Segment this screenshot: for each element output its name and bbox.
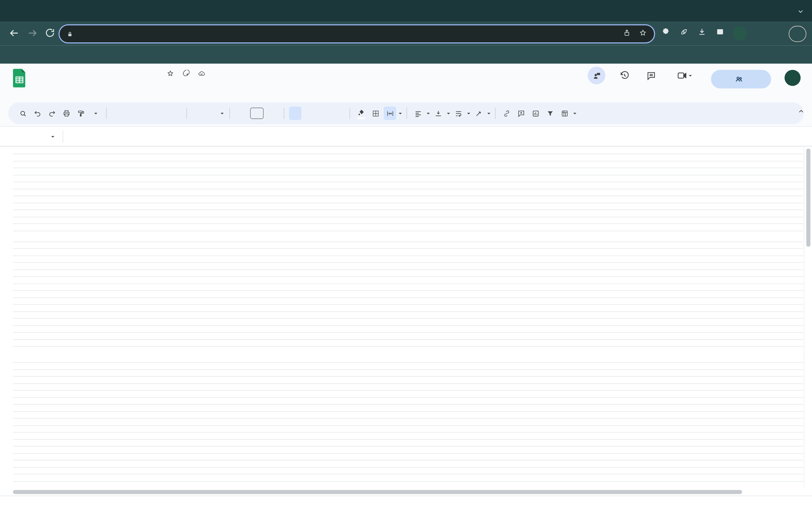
borders-button[interactable] [369, 107, 382, 120]
gridline [13, 467, 803, 467]
gridline [13, 182, 803, 182]
gridline [13, 474, 803, 474]
increase-font-size-button[interactable] [267, 107, 279, 120]
gridline [13, 432, 803, 433]
gridline [13, 411, 803, 411]
bookmarks-bar [0, 46, 812, 64]
more-formats-button[interactable] [169, 107, 182, 120]
sheet-tab-bar [0, 496, 812, 507]
meet-video-call-icon[interactable] [671, 67, 698, 84]
horizontal-scrollbar-thumb[interactable] [13, 490, 742, 494]
format-currency-button[interactable] [111, 107, 124, 120]
url-bar[interactable] [59, 25, 654, 43]
gridline [13, 175, 803, 175]
gridline [13, 383, 803, 384]
gridline [13, 346, 803, 347]
browser-tab-strip [0, 0, 812, 22]
version-history-icon[interactable] [616, 67, 633, 84]
strikethrough-button[interactable] [318, 107, 331, 120]
vertical-align-button[interactable] [432, 107, 444, 120]
reload-icon[interactable] [45, 27, 56, 40]
gridline [13, 453, 803, 453]
gridline [13, 376, 803, 377]
vertical-scrollbar[interactable] [804, 147, 812, 488]
filter-views-button[interactable] [558, 107, 571, 120]
meet-dropdown-icon[interactable] [689, 75, 692, 78]
move-document-icon[interactable] [182, 70, 190, 79]
gridline [13, 318, 803, 319]
sheets-profile-avatar[interactable] [784, 70, 801, 86]
gridline [13, 154, 803, 154]
comments-icon[interactable] [642, 67, 660, 84]
gridline [13, 230, 803, 231]
gridline [13, 223, 803, 224]
energy-leaf-extension-icon[interactable] [679, 27, 688, 38]
fill-color-button[interactable] [355, 107, 367, 120]
decrease-font-size-button[interactable] [235, 107, 247, 120]
horizontal-scrollbar[interactable] [0, 488, 812, 496]
format-percent-button[interactable] [126, 107, 138, 120]
insert-link-button[interactable] [500, 107, 513, 120]
collapse-toolbar-icon[interactable] [798, 108, 805, 117]
gridline [13, 362, 803, 363]
text-wrap-button[interactable] [452, 107, 464, 120]
name-box-dropdown-icon[interactable] [51, 136, 54, 139]
update-chrome-button[interactable] [789, 26, 806, 42]
bold-button[interactable] [289, 107, 301, 120]
insert-chart-button[interactable] [529, 107, 542, 120]
browser-toolbar [0, 22, 812, 45]
extensions-puzzle-icon[interactable] [661, 27, 670, 38]
decrease-decimals-button[interactable] [140, 107, 153, 120]
formula-bar [0, 126, 812, 147]
star-document-icon[interactable] [167, 70, 174, 79]
font-select[interactable] [192, 107, 225, 120]
share-page-icon[interactable] [623, 29, 631, 39]
back-icon[interactable] [8, 27, 19, 41]
gridline [13, 311, 803, 312]
increase-decimals-button[interactable] [155, 107, 167, 120]
italic-button[interactable] [303, 107, 316, 120]
side-panel-icon[interactable] [716, 27, 724, 38]
gridline [13, 332, 803, 333]
gridline [13, 481, 803, 482]
merge-cells-button[interactable] [384, 107, 396, 120]
gridline [13, 188, 803, 189]
gridline [13, 425, 803, 426]
sheets-header [0, 64, 812, 101]
search-menus-icon[interactable] [17, 107, 29, 120]
tab-search-chevron-icon[interactable] [798, 7, 804, 17]
gridline [13, 217, 803, 217]
sheets-toolbar [0, 101, 812, 126]
font-size-input[interactable] [250, 108, 264, 119]
insert-comment-button[interactable] [515, 107, 527, 120]
gridline [13, 460, 803, 460]
text-rotation-button[interactable] [472, 107, 485, 120]
vertical-scrollbar-thumb[interactable] [806, 149, 811, 247]
download-icon[interactable] [698, 27, 706, 38]
share-button[interactable] [711, 70, 771, 89]
bookmark-star-icon[interactable] [639, 29, 647, 39]
functions-button[interactable] [578, 107, 591, 120]
print-icon[interactable] [60, 107, 72, 120]
undo-icon[interactable] [31, 107, 43, 120]
gridline [13, 325, 803, 326]
zoom-select[interactable] [89, 107, 101, 120]
horizontal-align-button[interactable] [412, 107, 424, 120]
gridline [13, 203, 803, 203]
sheets-logo-icon[interactable] [12, 69, 27, 89]
forward-icon[interactable] [27, 27, 38, 41]
last-edit-presence-icon[interactable] [588, 67, 605, 84]
gridline [13, 404, 803, 404]
paint-format-icon[interactable] [74, 107, 87, 120]
gridline [13, 446, 803, 446]
browser-profile-avatar[interactable] [733, 26, 747, 41]
filter-button[interactable] [544, 107, 556, 120]
gridline [13, 439, 803, 439]
gridline [13, 418, 803, 418]
merge-dropdown-icon[interactable] [399, 113, 402, 116]
gridline [13, 397, 803, 398]
gridline [13, 283, 803, 284]
redo-icon[interactable] [46, 107, 58, 120]
gridline [13, 339, 803, 340]
gridline [13, 241, 803, 242]
